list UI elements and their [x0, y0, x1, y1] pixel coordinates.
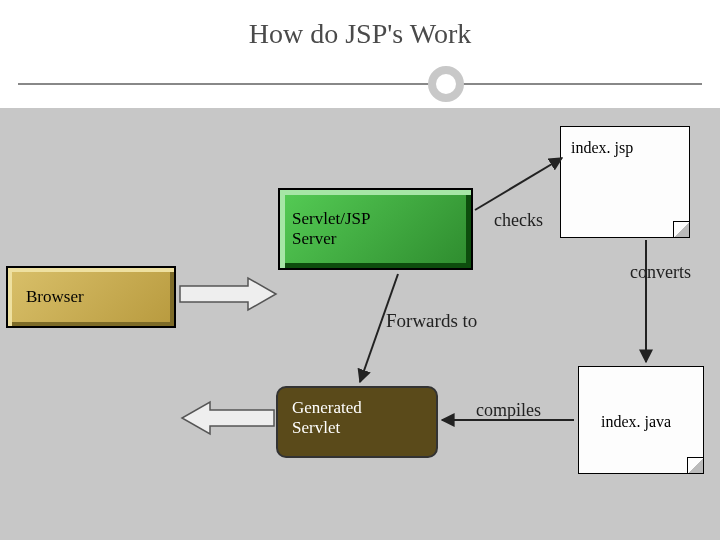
node-index-java: index. java [578, 366, 704, 474]
accent-circle-icon [428, 66, 464, 102]
node-browser: Browser [6, 266, 176, 328]
label-forwards: Forwards to [386, 310, 477, 332]
page-fold-icon [673, 221, 689, 237]
node-index-java-label: index. java [601, 413, 671, 431]
node-index-jsp-label: index. jsp [571, 139, 633, 157]
node-browser-label: Browser [26, 287, 84, 307]
page-fold-icon [687, 457, 703, 473]
label-compiles: compiles [476, 400, 541, 421]
label-checks: checks [494, 210, 543, 231]
node-server-label: Servlet/JSP Server [292, 209, 370, 249]
node-generated-servlet-label: Generated Servlet [292, 398, 362, 437]
page-title: How do JSP's Work [0, 18, 720, 50]
title-divider [18, 83, 702, 85]
label-converts: converts [630, 262, 691, 283]
node-index-jsp: index. jsp [560, 126, 690, 238]
node-generated-servlet: Generated Servlet [276, 386, 438, 458]
node-server: Servlet/JSP Server [278, 188, 473, 270]
